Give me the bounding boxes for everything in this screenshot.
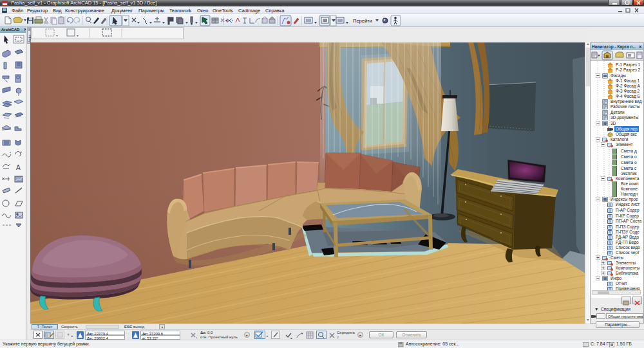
svg-text:Перейти: Перейти [353, 18, 372, 24]
svg-text:A: A [16, 164, 21, 171]
